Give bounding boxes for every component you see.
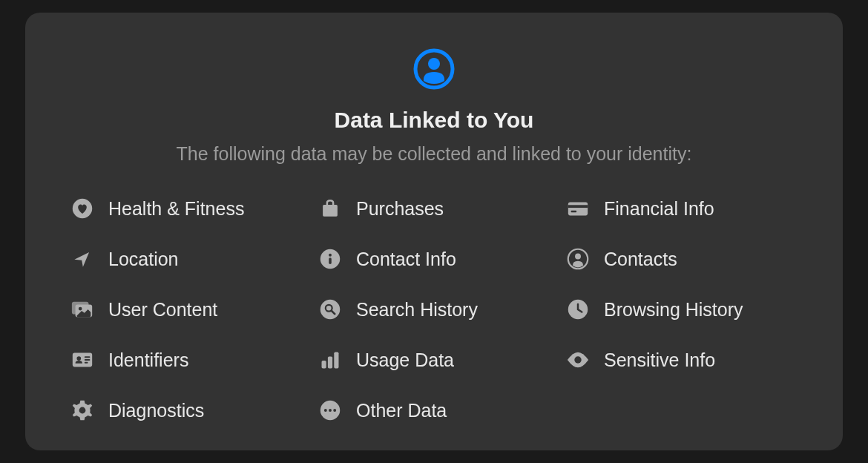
item-label: Usage Data	[356, 349, 454, 371]
svg-point-31	[333, 409, 336, 412]
item-label: Financial Info	[604, 198, 714, 220]
item-search-history: Search History	[318, 297, 550, 322]
item-identifiers: Identifiers	[70, 347, 303, 372]
bar-chart-icon	[318, 347, 343, 372]
svg-rect-24	[328, 357, 332, 369]
svg-rect-3	[568, 203, 588, 216]
svg-point-7	[329, 254, 332, 257]
info-circle-icon	[318, 246, 343, 272]
svg-point-10	[575, 254, 581, 260]
photo-stack-icon	[70, 297, 95, 322]
svg-rect-23	[322, 361, 326, 369]
item-label: User Content	[108, 299, 217, 321]
svg-point-27	[79, 407, 86, 414]
item-health-fitness: Health & Fitness	[70, 196, 303, 221]
item-label: Contact Info	[356, 249, 456, 270]
svg-rect-5	[571, 211, 577, 212]
ellipsis-circle-icon	[318, 398, 343, 423]
item-label: Purchases	[356, 198, 444, 220]
eye-icon	[565, 347, 591, 372]
card-title: Data Linked to You	[335, 108, 534, 133]
svg-rect-20	[85, 356, 91, 358]
svg-point-14	[320, 300, 340, 319]
item-contacts: Contacts	[565, 246, 798, 272]
person-circle-icon	[565, 246, 591, 272]
item-browsing-history: Browsing History	[565, 297, 798, 322]
svg-rect-25	[334, 352, 338, 368]
item-contact-info: Contact Info	[318, 246, 550, 272]
gear-icon	[70, 398, 95, 423]
person-circle-header-icon	[413, 48, 455, 90]
svg-rect-8	[329, 257, 332, 264]
item-label: Diagnostics	[108, 400, 204, 421]
item-user-content: User Content	[70, 297, 303, 322]
svg-point-29	[324, 409, 327, 412]
svg-point-26	[574, 356, 581, 363]
item-label: Search History	[356, 299, 478, 321]
item-sensitive-info: Sensitive Info	[565, 347, 798, 372]
item-other-data: Other Data	[318, 398, 550, 423]
svg-point-30	[329, 409, 332, 412]
svg-point-1	[428, 58, 440, 70]
item-label: Browsing History	[604, 299, 743, 321]
data-type-grid: Health & Fitness Purchases Financial Inf…	[70, 196, 798, 423]
item-usage-data: Usage Data	[318, 347, 550, 372]
bag-icon	[318, 196, 343, 221]
search-circle-icon	[318, 297, 343, 322]
item-label: Sensitive Info	[604, 349, 715, 371]
privacy-card: Data Linked to You The following data ma…	[25, 13, 843, 450]
id-card-icon	[70, 347, 95, 372]
svg-point-13	[79, 307, 82, 311]
item-purchases: Purchases	[318, 196, 550, 221]
item-label: Location	[108, 249, 179, 270]
item-label: Contacts	[604, 249, 677, 270]
svg-rect-21	[85, 359, 91, 361]
creditcard-icon	[565, 196, 591, 221]
clock-icon	[565, 297, 591, 322]
item-diagnostics: Diagnostics	[70, 398, 303, 423]
location-arrow-icon	[70, 246, 95, 272]
item-location: Location	[70, 246, 303, 272]
svg-rect-4	[568, 205, 588, 208]
card-subtitle: The following data may be collected and …	[177, 143, 692, 165]
item-label: Health & Fitness	[108, 198, 244, 220]
item-financial-info: Financial Info	[565, 196, 798, 221]
item-label: Other Data	[356, 400, 447, 421]
heart-circle-icon	[70, 196, 95, 221]
svg-rect-22	[85, 362, 88, 364]
item-label: Identifiers	[108, 349, 188, 371]
svg-point-19	[76, 356, 81, 361]
